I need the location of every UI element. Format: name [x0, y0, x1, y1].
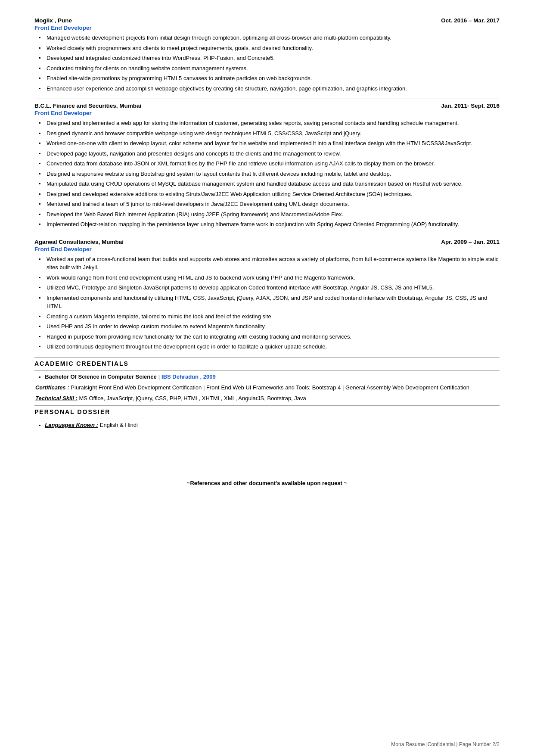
list-item: Creating a custom Magento template, tail… — [39, 312, 500, 321]
list-item: Designed a responsive website using Boot… — [39, 170, 500, 178]
job-2-bullets: Designed and implemented a web app for s… — [34, 119, 500, 229]
job-2-title: Front End Developer — [34, 110, 500, 116]
list-item: Implemented components and functionality… — [39, 294, 500, 311]
list-item: Mentored and trained a team of 5 junior … — [39, 200, 500, 208]
job-1-title: Front End Developer — [34, 25, 500, 31]
personal-divider-bottom — [34, 419, 500, 419]
institute-text: IBS Dehradun , 2009 — [161, 373, 216, 380]
academic-section: ACADEMIC CREDENTIALS Bachelor Of Science… — [34, 357, 500, 403]
skill-line: Technical Skill : MS Office, JavaScript,… — [34, 394, 500, 403]
divider-1 — [34, 99, 500, 99]
footer-reference: ~References and other document's availab… — [34, 480, 500, 486]
list-item: Designed and implemented a web app for s… — [39, 119, 500, 128]
job-3-bullets: Worked as part of a cross-functional tea… — [34, 255, 500, 351]
list-item: Worked closely with programmers and clie… — [39, 44, 500, 53]
list-item: Enabled site-wide promotions by programm… — [39, 74, 500, 83]
list-item: Utilized continuous deployment throughou… — [39, 342, 500, 351]
list-item: Developed and integrated customized them… — [39, 54, 500, 62]
list-item: Implemented Object-relation mapping in t… — [39, 220, 500, 229]
lang-text: English & Hindi — [100, 422, 138, 428]
job-3-title: Front End Developer — [34, 246, 500, 252]
cert-label: Certificates : — [35, 384, 69, 391]
lang-label: Languages Known : — [45, 422, 98, 428]
list-item: Used PHP and JS in order to develop cust… — [39, 322, 500, 331]
company-3-name: Agarwal Consultancies, Mumbai — [34, 239, 124, 245]
list-item: Developed the Web Based Rich Internet Ap… — [39, 210, 500, 219]
job-2: B.C.L. Finance and Securities, Mumbai Ja… — [34, 103, 500, 229]
company-1-date: Oct. 2016 – Mar. 2017 — [441, 17, 500, 24]
list-item: Work would range from front end developm… — [39, 274, 500, 282]
company-2-name: B.C.L. Finance and Securities, Mumbai — [34, 103, 141, 109]
list-item: Worked as part of a cross-functional tea… — [39, 255, 500, 272]
job-3: Agarwal Consultancies, Mumbai Apr. 2009 … — [34, 239, 500, 351]
page-footer: Mona Resume |Confidential | Page Number … — [391, 741, 500, 747]
list-item: Developed page layouts, navigation and p… — [39, 149, 500, 158]
skill-text: MS Office, JavaScript, jQuery, CSS, PHP,… — [78, 395, 306, 401]
personal-section: PERSONAL DOSSIER Languages Known : Engli… — [34, 405, 500, 428]
job-1-bullets: Managed website development projects fro… — [34, 34, 500, 93]
list-item: Manipulated data using CRUD operations o… — [39, 180, 500, 188]
list-item: Conducted training for clients on handli… — [39, 64, 500, 73]
academic-divider-bottom — [34, 370, 500, 371]
list-item: Ranged in purpose from providing new fun… — [39, 333, 500, 341]
academic-divider-top — [34, 357, 500, 358]
company-2-date: Jan. 2011- Sept. 2016 — [441, 103, 500, 109]
personal-divider-top — [34, 405, 500, 406]
list-item: Designed and developed extensive additio… — [39, 190, 500, 199]
list-item: Converted data from database into JSON o… — [39, 159, 500, 168]
skill-label: Technical Skill : — [35, 395, 78, 401]
job-1: Moglix , Pune Oct. 2016 – Mar. 2017 Fron… — [34, 17, 500, 93]
company-3-date: Apr. 2009 – Jan. 2011 — [441, 239, 500, 245]
separator: | — [158, 373, 160, 380]
languages-item: Languages Known : English & Hindi — [34, 422, 500, 428]
list-item: Worked one-on-one with client to develop… — [39, 139, 500, 148]
degree-text: Bachelor Of Science in Computer Science — [45, 373, 156, 380]
list-item: Utilized MVC, Prototype and Singleton Ja… — [39, 283, 500, 292]
list-item: Designed dynamic and browser compatible … — [39, 129, 500, 138]
certificates-line: Certificates : Pluralsight Front End Web… — [34, 383, 500, 392]
academic-heading: ACADEMIC CREDENTIALS — [34, 360, 500, 367]
list-item: Managed website development projects fro… — [39, 34, 500, 42]
academic-degree-item: Bachelor Of Science in Computer Science … — [34, 373, 500, 380]
list-item: Enhanced user experience and accomplish … — [39, 84, 500, 93]
cert-text: Pluralsight Front End Web Development Ce… — [69, 384, 469, 391]
personal-heading: PERSONAL DOSSIER — [34, 408, 500, 415]
company-1-name: Moglix , Pune — [34, 17, 72, 24]
divider-2 — [34, 235, 500, 235]
